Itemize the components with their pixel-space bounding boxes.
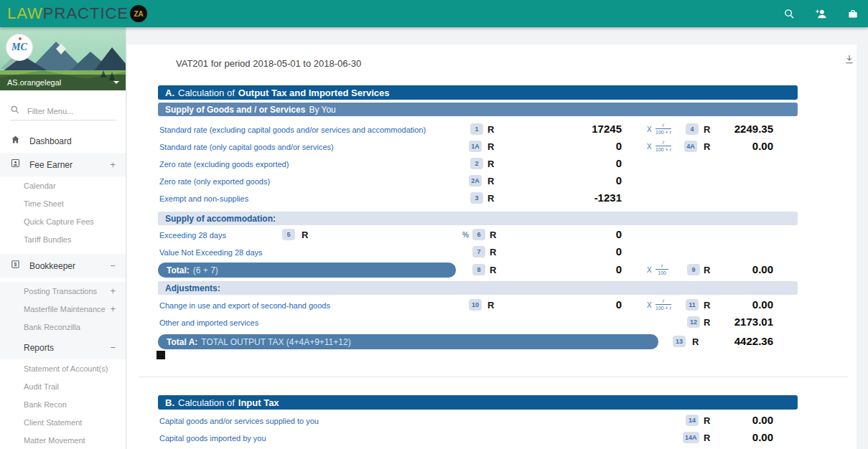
bookkeeper-submenu: Posting Transactions + Masterfile Mainte… bbox=[0, 282, 126, 359]
app-header: LAW PRACTICE ZA bbox=[0, 0, 868, 27]
filter-menu-field bbox=[10, 102, 116, 120]
sidebar-item-posting-transactions[interactable]: Posting Transactions + bbox=[0, 282, 126, 300]
sidebar-item-matter-movement[interactable]: Matter Movement bbox=[0, 431, 126, 449]
sidebar-menu: Dashboard Fee Earner + Calendar Time She… bbox=[0, 90, 126, 449]
currency-symbol: R bbox=[704, 415, 710, 426]
field-box: 14A bbox=[683, 432, 699, 443]
logo-law: LAW bbox=[7, 4, 43, 23]
collapse-icon[interactable]: − bbox=[110, 260, 116, 271]
collapse-icon[interactable]: − bbox=[110, 342, 116, 353]
sidebar-item-client-statement[interactable]: Client Statement bbox=[0, 413, 126, 431]
logo-za-badge: ZA bbox=[130, 5, 147, 22]
expand-icon[interactable]: + bbox=[110, 159, 116, 170]
svg-text:$: $ bbox=[14, 262, 17, 268]
field-box: 14 bbox=[686, 415, 699, 426]
field-value: 0.00 bbox=[752, 414, 773, 426]
row-label: Capital goods and/or services supplied t… bbox=[159, 417, 319, 425]
add-person-icon[interactable] bbox=[814, 8, 828, 20]
search-icon bbox=[10, 105, 20, 118]
sidebar-item-fee-earner[interactable]: Fee Earner + bbox=[0, 153, 126, 176]
home-icon bbox=[10, 134, 21, 148]
sidebar-item-quick-capture-fees[interactable]: Quick Capture Fees bbox=[0, 212, 126, 230]
form-row-14: Capital goods and/or services supplied t… bbox=[158, 414, 798, 428]
sidebar: MC AS.orangelegal Dashboard bbox=[0, 27, 126, 449]
sidebar-item-bookkeeper[interactable]: $ Bookkeeper − bbox=[0, 254, 126, 278]
expand-icon[interactable]: + bbox=[110, 285, 116, 296]
sidebar-item-reports[interactable]: Reports − bbox=[0, 336, 126, 359]
filter-menu-input[interactable] bbox=[27, 107, 106, 115]
sidebar-item-time-sheet[interactable]: Time Sheet bbox=[0, 194, 126, 212]
chevron-down-icon bbox=[113, 81, 119, 84]
sidebar-item-masterfile-maintenance[interactable]: Masterfile Maintenance + bbox=[0, 300, 126, 318]
sidebar-item-bank-reconzilla[interactable]: Bank Reconzilla bbox=[0, 318, 126, 336]
app-window: LAW PRACTICE ZA bbox=[0, 0, 868, 449]
report-card: VAT201 for period 2018-05-01 to 2018-06-… bbox=[127, 44, 857, 449]
sidebar-item-statement-of-accounts[interactable]: Statement of Account(s) bbox=[0, 359, 126, 377]
app-logo[interactable]: LAW PRACTICE ZA bbox=[7, 4, 147, 23]
logo-practice: PRACTICE bbox=[43, 4, 129, 23]
avatar-text: MC bbox=[11, 42, 27, 53]
avatar-dot bbox=[19, 37, 22, 40]
row-label: Capital goods imported by you bbox=[159, 434, 266, 443]
person-card-icon bbox=[10, 158, 21, 171]
sidebar-item-calendar[interactable]: Calendar bbox=[0, 176, 126, 194]
vat201-form-b: B. Calculation of Input Tax Capital good… bbox=[158, 44, 798, 449]
expand-icon[interactable]: + bbox=[110, 303, 116, 314]
download-icon[interactable] bbox=[844, 54, 857, 67]
sidebar-item-audit-trail[interactable]: Audit Trail bbox=[0, 377, 126, 395]
search-icon[interactable] bbox=[783, 8, 795, 20]
section-b-header: B. Calculation of Input Tax bbox=[158, 395, 798, 410]
currency-symbol: R bbox=[704, 433, 710, 443]
sidebar-item-tariff-bundles[interactable]: Tariff Bundles bbox=[0, 230, 126, 248]
field-value: 0.00 bbox=[752, 431, 773, 443]
account-selector[interactable]: AS.orangelegal bbox=[0, 75, 126, 90]
briefcase-icon[interactable] bbox=[846, 8, 859, 20]
sidebar-item-bank-recon[interactable]: Bank Recon bbox=[0, 395, 126, 413]
form-row-14a: Capital goods imported by you 14A R 0.00 bbox=[158, 431, 798, 445]
profile-panel: MC AS.orangelegal bbox=[0, 27, 126, 90]
ledger-icon: $ bbox=[10, 259, 21, 273]
avatar: MC bbox=[6, 34, 33, 61]
sidebar-item-dashboard[interactable]: Dashboard bbox=[0, 129, 126, 153]
main-area: VAT201 for period 2018-05-01 to 2018-06-… bbox=[126, 27, 868, 449]
account-name: AS.orangelegal bbox=[7, 78, 113, 87]
